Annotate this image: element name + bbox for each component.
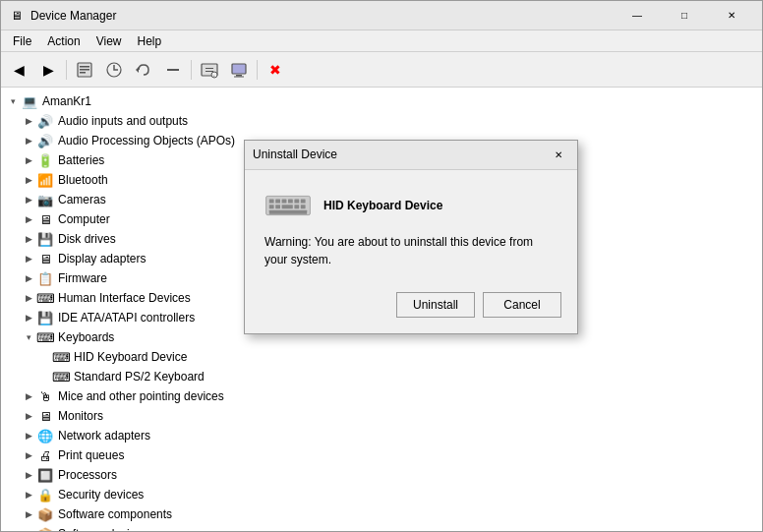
expander-firmware[interactable]: ▶ bbox=[21, 270, 36, 286]
tree-item-software-components[interactable]: ▶📦Software components bbox=[1, 504, 762, 524]
tree-item-mice[interactable]: ▶🖱Mice and other pointing devices bbox=[1, 386, 762, 406]
item-icon-keyboards: ⌨ bbox=[36, 328, 54, 346]
minimize-button[interactable]: — bbox=[615, 1, 660, 30]
uninstall-button[interactable]: Uninstall bbox=[396, 292, 475, 318]
item-label-batteries: Batteries bbox=[58, 153, 104, 167]
item-label-processors: Processors bbox=[58, 468, 117, 482]
toolbar: ◀ ▶ bbox=[1, 52, 762, 88]
expander-standard-ps2[interactable] bbox=[36, 369, 52, 384]
item-label-print-queues: Print queues bbox=[58, 448, 124, 462]
tree-item-processors[interactable]: ▶🔲Processors bbox=[1, 465, 762, 485]
expander-software-devices[interactable]: ▶ bbox=[21, 526, 36, 531]
expander-root[interactable]: ▾ bbox=[5, 93, 21, 109]
item-icon-security-devices: 🔒 bbox=[36, 486, 54, 503]
svg-rect-12 bbox=[232, 64, 246, 74]
expander-audio-processing[interactable]: ▶ bbox=[21, 133, 36, 148]
menu-file[interactable]: File bbox=[5, 32, 39, 50]
cancel-button[interactable]: Cancel bbox=[483, 292, 561, 318]
svg-marker-5 bbox=[136, 67, 139, 73]
tree-item-standard-ps2[interactable]: ⌨Standard PS/2 Keyboard bbox=[1, 367, 762, 386]
rollback-button[interactable] bbox=[130, 56, 157, 84]
expander-display-adapters[interactable]: ▶ bbox=[21, 251, 36, 266]
item-label-standard-ps2: Standard PS/2 Keyboard bbox=[74, 370, 205, 384]
item-label-monitors: Monitors bbox=[58, 409, 103, 423]
item-label-computer: Computer bbox=[58, 212, 110, 226]
svg-rect-21 bbox=[301, 199, 306, 203]
tree-item-audio-inputs[interactable]: ▶🔊Audio inputs and outputs bbox=[1, 111, 762, 131]
keyboard-icon bbox=[264, 190, 312, 221]
svg-rect-16 bbox=[269, 199, 274, 203]
item-label-keyboards: Keyboards bbox=[58, 330, 114, 344]
item-icon-hid: ⌨ bbox=[36, 289, 54, 307]
svg-rect-13 bbox=[236, 75, 242, 77]
item-icon-audio-processing: 🔊 bbox=[36, 132, 54, 149]
item-icon-processors: 🔲 bbox=[36, 466, 54, 484]
properties-button[interactable] bbox=[71, 56, 98, 84]
scan-button[interactable]: + bbox=[196, 56, 223, 84]
menu-help[interactable]: Help bbox=[130, 32, 170, 50]
tree-item-software-devices[interactable]: ▶📦Software devices bbox=[1, 524, 762, 531]
expander-audio-inputs[interactable]: ▶ bbox=[21, 113, 36, 129]
tree-item-network-adapters[interactable]: ▶🌐Network adapters bbox=[1, 426, 762, 445]
expander-cameras[interactable]: ▶ bbox=[21, 192, 36, 207]
dialog-title-bar: Uninstall Device ✕ bbox=[245, 141, 577, 170]
item-label-audio-inputs: Audio inputs and outputs bbox=[58, 114, 188, 128]
expander-hid-keyboard[interactable] bbox=[36, 349, 52, 365]
svg-rect-26 bbox=[301, 205, 306, 208]
item-label-audio-processing: Audio Processing Objects (APOs) bbox=[58, 134, 235, 148]
toolbar-separator-2 bbox=[191, 60, 192, 80]
expander-bluetooth[interactable]: ▶ bbox=[21, 172, 36, 188]
expander-computer[interactable]: ▶ bbox=[21, 211, 36, 227]
close-button[interactable]: ✕ bbox=[709, 1, 754, 30]
back-button[interactable]: ◀ bbox=[5, 56, 32, 84]
computer-button[interactable] bbox=[225, 56, 253, 84]
window-title: Device Manager bbox=[30, 9, 615, 23]
item-label-network-adapters: Network adapters bbox=[58, 429, 150, 443]
svg-rect-6 bbox=[167, 69, 179, 71]
item-label-software-devices: Software devices bbox=[58, 527, 147, 531]
expander-processors[interactable]: ▶ bbox=[21, 467, 36, 483]
expander-batteries[interactable]: ▶ bbox=[21, 152, 36, 168]
expander-security-devices[interactable]: ▶ bbox=[21, 487, 36, 502]
svg-rect-27 bbox=[269, 209, 307, 213]
tree-item-hid-keyboard[interactable]: ⌨HID Keyboard Device bbox=[1, 347, 762, 367]
dialog-close-button[interactable]: ✕ bbox=[548, 144, 569, 165]
item-icon-computer: 🖥 bbox=[36, 210, 54, 228]
item-icon-software-devices: 📦 bbox=[36, 525, 54, 531]
menu-view[interactable]: View bbox=[88, 32, 130, 50]
forward-button[interactable]: ▶ bbox=[34, 56, 62, 84]
tree-item-root[interactable]: ▾💻AmanKr1 bbox=[1, 91, 762, 111]
expander-keyboards[interactable]: ▾ bbox=[21, 329, 36, 345]
expander-software-components[interactable]: ▶ bbox=[21, 506, 36, 522]
item-icon-hid-keyboard: ⌨ bbox=[52, 348, 70, 366]
expander-hid[interactable]: ▶ bbox=[21, 290, 36, 306]
tree-item-security-devices[interactable]: ▶🔒Security devices bbox=[1, 485, 762, 504]
menu-action[interactable]: Action bbox=[39, 32, 88, 50]
tree-item-print-queues[interactable]: ▶🖨Print queues bbox=[1, 445, 762, 465]
expander-mice[interactable]: ▶ bbox=[21, 388, 36, 404]
item-label-cameras: Cameras bbox=[58, 193, 106, 207]
item-icon-disk-drives: 💾 bbox=[36, 230, 54, 248]
svg-rect-22 bbox=[269, 205, 274, 208]
dialog-device-row: HID Keyboard Device bbox=[264, 190, 558, 221]
svg-rect-14 bbox=[234, 76, 244, 77]
item-icon-network-adapters: 🌐 bbox=[36, 427, 54, 444]
toolbar-separator-3 bbox=[257, 60, 258, 80]
item-label-disk-drives: Disk drives bbox=[58, 232, 116, 246]
expander-monitors[interactable]: ▶ bbox=[21, 408, 36, 424]
expander-print-queues[interactable]: ▶ bbox=[21, 447, 36, 463]
tree-item-monitors[interactable]: ▶🖥Monitors bbox=[1, 406, 762, 426]
svg-rect-24 bbox=[282, 205, 293, 208]
svg-rect-3 bbox=[80, 72, 86, 74]
update-driver-button[interactable] bbox=[100, 56, 128, 84]
item-icon-mice: 🖱 bbox=[36, 387, 54, 405]
maximize-button[interactable]: □ bbox=[662, 1, 707, 30]
uninstall-device-button[interactable] bbox=[159, 56, 187, 84]
error-button[interactable]: ✖ bbox=[262, 56, 289, 84]
dialog-buttons: Uninstall Cancel bbox=[245, 284, 577, 333]
expander-disk-drives[interactable]: ▶ bbox=[21, 231, 36, 247]
expander-network-adapters[interactable]: ▶ bbox=[21, 428, 36, 443]
expander-ide[interactable]: ▶ bbox=[21, 310, 36, 325]
svg-rect-23 bbox=[275, 205, 280, 208]
item-label-mice: Mice and other pointing devices bbox=[58, 389, 224, 403]
